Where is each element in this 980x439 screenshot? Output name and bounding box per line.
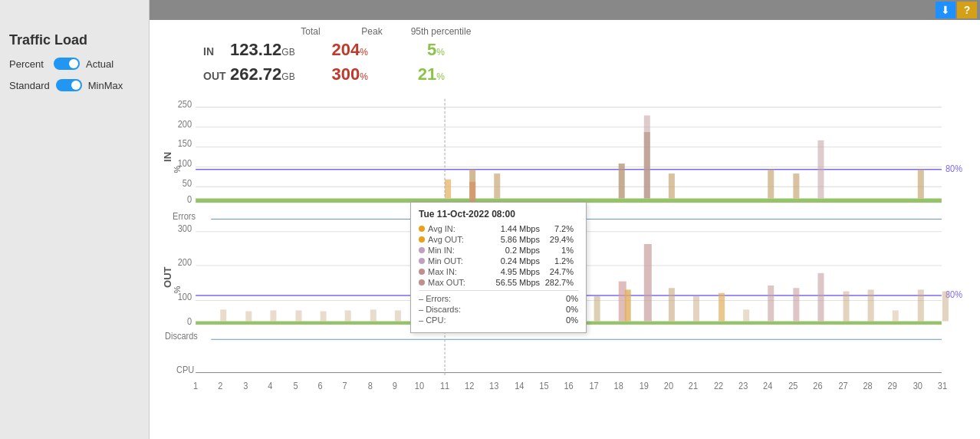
maxout-pct: 282.7% [543,278,574,287]
out-peak-pct: % [360,71,368,82]
svg-text:10: 10 [415,381,424,391]
stats-header: Total Peak 95th percentile IN 123.12GB 2… [150,20,980,91]
cpu-label: CPU [176,365,194,374]
svg-text:15: 15 [539,381,548,391]
svg-text:31: 31 [938,381,947,391]
help-button[interactable]: ? [957,2,977,18]
svg-rect-92 [245,312,252,322]
svg-text:17: 17 [589,381,598,391]
svg-rect-67 [918,170,924,199]
tooltip-row-maxout: Max OUT: 56.55 Mbps 282.7% [419,278,578,287]
tooltip: Tue 11-Oct-2022 08:00 Avg IN: 1.44 Mbps … [410,202,587,333]
cpu-value: 0% [566,315,578,325]
svg-text:100: 100 [178,292,192,302]
stat-group: Total Peak 95th percentile IN 123.12GB 2… [203,26,479,87]
in-bars-green [196,115,942,203]
svg-text:13: 13 [489,381,498,391]
avgin-label: Avg IN: [428,224,483,233]
in-total: 123.12 [230,40,281,59]
svg-text:29: 29 [888,381,897,391]
minmax-toggle[interactable] [56,79,82,91]
out-percentile: 21 [418,64,436,84]
in-peak: 204 [332,40,360,59]
minin-pct: 1% [543,246,574,255]
svg-rect-68 [445,180,451,199]
svg-rect-89 [942,292,949,322]
svg-rect-94 [296,310,302,321]
svg-text:150: 150 [178,139,192,148]
svg-text:30: 30 [913,381,922,391]
avgout-pct: 29.4% [543,235,574,244]
minout-pct: 1.2% [543,256,574,266]
svg-text:25: 25 [788,381,797,391]
out-direction: OUT [203,70,230,82]
in-total-unit: GB [281,47,294,58]
svg-rect-91 [220,309,226,321]
svg-rect-100 [743,309,749,321]
svg-rect-87 [868,289,874,321]
svg-text:200: 200 [178,119,192,128]
discards-value: 0% [566,305,578,314]
avgin-dot [419,226,425,232]
svg-rect-81 [693,296,699,321]
maxin-pct: 24.7% [543,267,574,276]
tooltip-cpu-row: – CPU: 0% [419,315,578,325]
svg-text:200: 200 [178,258,192,267]
svg-rect-65 [793,173,799,198]
out-peak: 300 [332,64,360,84]
in-pct-label: % [173,166,182,173]
svg-text:20: 20 [664,381,673,391]
minout-value: 0.24 Mbps [486,256,540,266]
svg-rect-84 [793,288,799,321]
topbar: ⬇ ? [150,0,980,20]
maxout-dot [419,279,425,286]
tooltip-separator [419,290,578,291]
page-title: Traffic Load [9,32,140,48]
svg-text:3: 3 [243,381,248,391]
in-peak-pct: % [360,47,368,58]
svg-text:19: 19 [640,381,649,391]
svg-text:50: 50 [183,179,192,188]
svg-text:6: 6 [318,381,323,391]
svg-rect-85 [817,273,824,322]
out-stat-row: OUT 262.72GB 300% 21% [203,64,479,84]
svg-rect-82 [719,293,725,322]
minmax-label: MinMax [88,80,123,91]
tooltip-row-avgout: Avg OUT: 5.86 Mbps 29.4% [419,235,578,244]
tooltip-row-minout: Min OUT: 0.24 Mbps 1.2% [419,256,578,266]
tooltip-row-avgin: Avg IN: 1.44 Mbps 7.2% [419,224,578,233]
svg-text:1: 1 [193,381,198,391]
download-button[interactable]: ⬇ [936,2,955,18]
percent-toggle[interactable] [54,58,80,70]
svg-rect-80 [669,288,675,321]
svg-rect-86 [844,292,850,322]
avgin-pct: 7.2% [543,224,574,233]
svg-text:16: 16 [564,381,573,391]
minin-dot [419,247,425,253]
svg-text:5: 5 [293,381,298,391]
standard-toggle-row: Standard MinMax [9,79,140,91]
in-80pct-label: 80% [945,164,962,173]
in-percentile-pct: % [436,47,445,58]
svg-rect-98 [395,310,401,321]
svg-text:22: 22 [714,381,723,391]
svg-text:27: 27 [838,381,847,391]
out-chart-label: OUT [163,266,173,288]
svg-rect-95 [321,312,327,322]
svg-text:0: 0 [187,195,192,204]
col-percentile: 95th percentile [403,26,479,37]
maxin-value: 4.95 Mbps [486,267,540,276]
avgin-value: 1.44 Mbps [486,224,540,233]
svg-text:21: 21 [689,381,698,391]
col-total: Total [280,26,341,37]
svg-text:23: 23 [738,381,748,391]
svg-text:11: 11 [440,381,449,391]
avgout-dot [419,236,425,243]
svg-rect-66 [817,140,824,199]
minin-label: Min IN: [428,246,483,255]
errors-label: Errors [173,211,196,220]
svg-rect-64 [768,170,774,199]
percent-label: Percent [9,58,48,70]
svg-text:24: 24 [763,381,773,391]
in-percentile: 5 [427,40,436,59]
